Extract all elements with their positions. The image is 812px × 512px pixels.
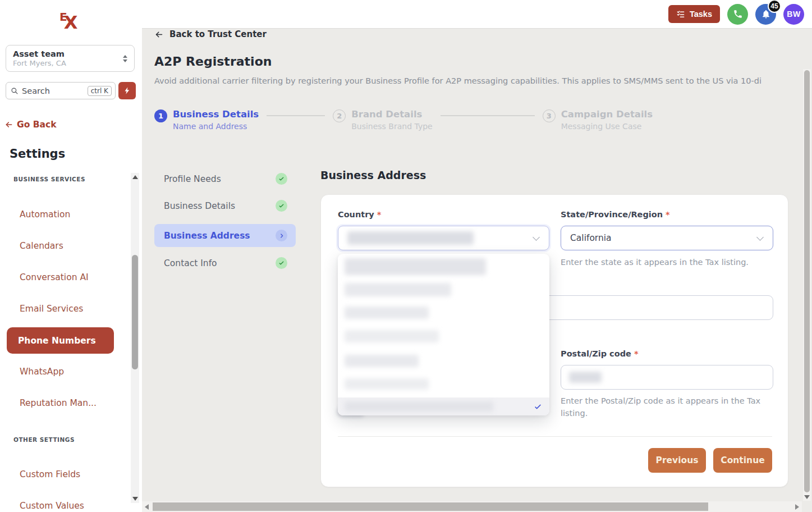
step-2-title: Brand Details bbox=[351, 109, 433, 120]
step-business-details[interactable]: 1 Business Details Name and Address bbox=[154, 109, 259, 131]
required-asterisk: * bbox=[377, 210, 382, 219]
subnav-label: Business Address bbox=[164, 231, 250, 241]
scroll-left-icon[interactable] bbox=[145, 504, 149, 510]
country-select[interactable] bbox=[338, 226, 549, 250]
selected-option-redacted bbox=[345, 401, 493, 412]
subnav-label: Contact Info bbox=[164, 258, 217, 268]
sidebar-item-calendars[interactable]: Calendars bbox=[7, 237, 114, 255]
lightning-icon bbox=[123, 86, 131, 95]
sidebar-scrollbar[interactable] bbox=[131, 173, 139, 503]
dropdown-option-redacted[interactable] bbox=[338, 355, 549, 367]
form-subnav: Profile Needs Business Details Business … bbox=[154, 170, 296, 281]
postal-label: Postal/Zip code* bbox=[561, 349, 638, 358]
chevron-down-icon bbox=[533, 234, 540, 241]
step-connector bbox=[267, 115, 325, 116]
card-divider bbox=[338, 436, 772, 437]
sidebar-scroll-down-icon[interactable] bbox=[132, 497, 138, 501]
subnav-item-business-details[interactable]: Business Details bbox=[154, 197, 296, 214]
brand-logo: EX bbox=[59, 11, 77, 31]
subnav-item-contact-info[interactable]: Contact Info bbox=[154, 254, 296, 272]
main-content: Back to Trust Center A2P Registration Av… bbox=[142, 28, 812, 512]
notifications-button[interactable]: 45 bbox=[755, 4, 776, 25]
account-switcher[interactable]: Asset team Fort Myers, CA bbox=[6, 45, 135, 72]
app-window: Tasks 45 BW EX Asset team Fort Myers, CA bbox=[0, 0, 812, 512]
state-select-value: California bbox=[570, 233, 612, 243]
dropdown-selected-option[interactable] bbox=[338, 397, 549, 415]
subnav-item-profile-needs[interactable]: Profile Needs bbox=[154, 170, 296, 188]
country-label: Country* bbox=[338, 210, 381, 219]
sidebar-title: Settings bbox=[10, 147, 65, 161]
sidebar: EX Asset team Fort Myers, CA Search ctrl… bbox=[0, 0, 142, 512]
sidebar-scroll-up-icon[interactable] bbox=[132, 175, 138, 179]
horizontal-scrollbar-thumb[interactable] bbox=[153, 502, 708, 511]
scroll-down-icon[interactable] bbox=[804, 495, 810, 499]
section-title: Business Address bbox=[320, 169, 426, 181]
sidebar-item-email-services[interactable]: Email Services bbox=[7, 300, 114, 318]
postal-input[interactable] bbox=[561, 365, 773, 390]
main-horizontal-scrollbar[interactable] bbox=[142, 501, 802, 512]
sidebar-item-conversation-ai[interactable]: Conversation AI bbox=[7, 268, 114, 286]
page-description: Avoid additional carrier filtering by re… bbox=[154, 76, 794, 85]
sidebar-item-automation[interactable]: Automation bbox=[7, 205, 114, 223]
step-brand-details[interactable]: 2 Brand Details Business Brand Type bbox=[333, 109, 433, 131]
page-title: A2P Registration bbox=[154, 54, 272, 68]
account-switcher-chevrons-icon bbox=[123, 55, 127, 62]
dropdown-option-redacted[interactable] bbox=[338, 258, 549, 275]
sidebar-scrollbar-thumb[interactable] bbox=[132, 255, 138, 369]
account-location: Fort Myers, CA bbox=[13, 59, 66, 67]
dialer-button[interactable] bbox=[727, 4, 748, 25]
quick-actions-button[interactable] bbox=[118, 82, 136, 99]
user-avatar[interactable]: BW bbox=[783, 4, 804, 25]
search-input[interactable]: Search ctrl K bbox=[6, 82, 116, 99]
step-2-subtitle: Business Brand Type bbox=[351, 122, 433, 131]
dropdown-option-redacted[interactable] bbox=[338, 378, 549, 390]
postal-value-redacted bbox=[569, 372, 602, 383]
sidebar-item-reputation-management[interactable]: Reputation Man... bbox=[7, 394, 114, 412]
subnav-label: Profile Needs bbox=[164, 174, 221, 184]
step-1-circle: 1 bbox=[154, 109, 167, 122]
main-vertical-scrollbar[interactable] bbox=[803, 69, 811, 501]
back-to-trust-center-link[interactable]: Back to Trust Center bbox=[154, 29, 267, 39]
step-1-title: Business Details bbox=[173, 109, 259, 120]
sidebar-section-business-services: BUSINESS SERVICES bbox=[13, 176, 85, 182]
country-value-redacted bbox=[347, 231, 474, 245]
required-asterisk: * bbox=[666, 210, 670, 219]
step-campaign-details[interactable]: 3 Campaign Details Messaging Use Case bbox=[543, 109, 653, 131]
business-address-card: Country* State/Province/Region* Californ… bbox=[320, 194, 788, 487]
sidebar-item-custom-fields[interactable]: Custom Fields bbox=[7, 465, 114, 483]
tasks-list-icon bbox=[676, 10, 685, 19]
scroll-right-icon[interactable] bbox=[795, 504, 799, 510]
sidebar-item-whatsapp[interactable]: WhatsApp bbox=[7, 363, 114, 381]
subnav-label: Business Details bbox=[164, 201, 235, 211]
complete-check-icon bbox=[276, 200, 287, 212]
state-select[interactable]: California bbox=[561, 226, 773, 250]
subnav-item-business-address[interactable]: Business Address bbox=[154, 224, 296, 247]
dropdown-option-redacted[interactable] bbox=[338, 283, 549, 296]
dropdown-option-redacted[interactable] bbox=[338, 330, 549, 342]
back-link-label: Back to Trust Center bbox=[169, 29, 267, 39]
sidebar-item-custom-values[interactable]: Custom Values bbox=[7, 497, 114, 512]
sidebar-section-other-settings: OTHER SETTINGS bbox=[13, 436, 75, 443]
dropdown-option-redacted[interactable] bbox=[338, 307, 549, 319]
state-label: State/Province/Region* bbox=[561, 210, 670, 219]
country-dropdown-menu[interactable] bbox=[338, 254, 549, 415]
tasks-button[interactable]: Tasks bbox=[668, 5, 720, 23]
arrow-left-icon bbox=[4, 120, 13, 129]
chevron-right-icon bbox=[276, 230, 287, 241]
account-name: Asset team bbox=[13, 49, 66, 58]
go-back-label: Go Back bbox=[17, 120, 57, 130]
step-1-subtitle: Name and Address bbox=[173, 122, 259, 131]
previous-button[interactable]: Previous bbox=[648, 448, 706, 473]
go-back-link[interactable]: Go Back bbox=[4, 120, 57, 130]
vertical-scrollbar-thumb[interactable] bbox=[804, 70, 810, 492]
phone-icon bbox=[733, 9, 743, 19]
complete-check-icon bbox=[276, 173, 287, 185]
search-placeholder: Search bbox=[22, 86, 88, 95]
step-3-circle: 3 bbox=[543, 109, 556, 122]
complete-check-icon bbox=[276, 257, 287, 269]
chevron-down-icon bbox=[756, 234, 764, 241]
sidebar-item-phone-numbers[interactable]: Phone Numbers bbox=[7, 327, 114, 354]
continue-button[interactable]: Continue bbox=[713, 448, 772, 473]
wizard-stepper: 1 Business Details Name and Address 2 Br… bbox=[154, 109, 653, 131]
required-asterisk: * bbox=[634, 349, 639, 358]
